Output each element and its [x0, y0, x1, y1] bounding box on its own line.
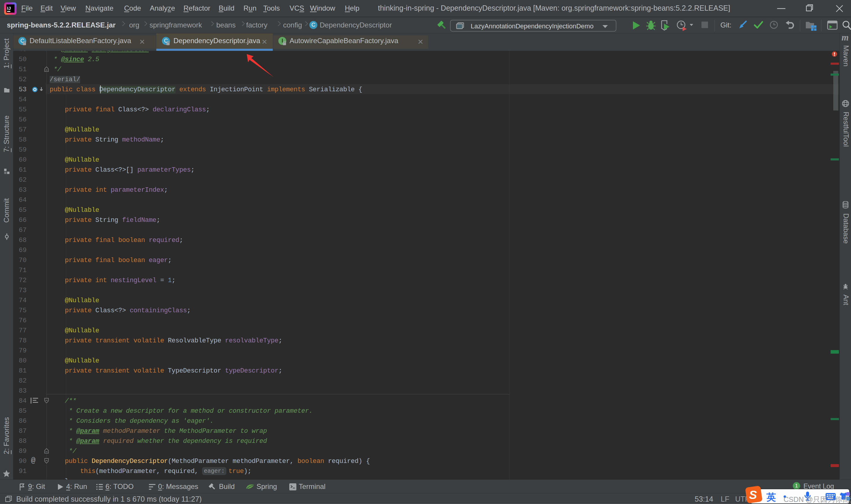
svg-text:S: S — [749, 488, 757, 501]
svg-text:IJ: IJ — [7, 6, 11, 11]
